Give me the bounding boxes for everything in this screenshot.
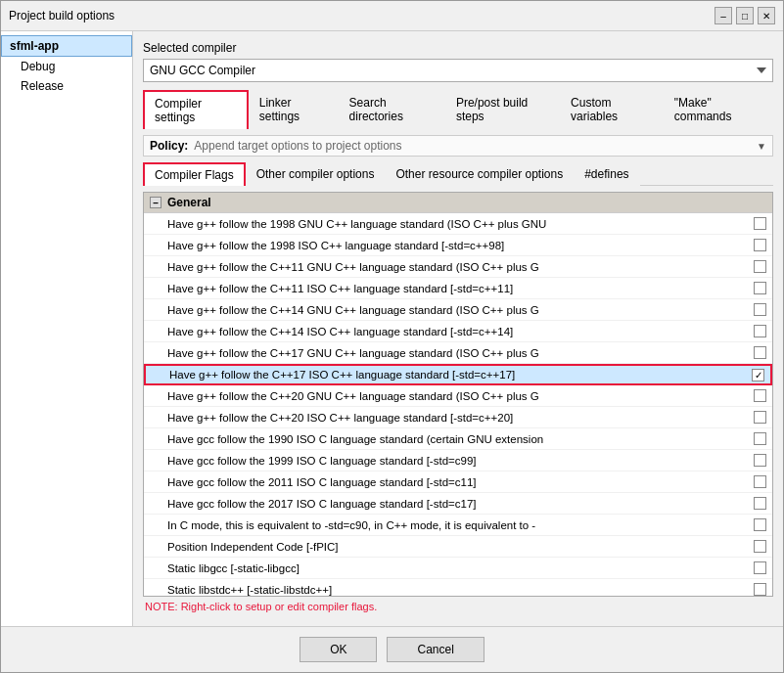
- table-row[interactable]: Static libstdc++ [-static-libstdc++]: [144, 579, 772, 597]
- flags-container[interactable]: – General Have g++ follow the 1998 GNU C…: [143, 192, 773, 597]
- policy-bar: Policy: Append target options to project…: [143, 135, 773, 157]
- flag-checkbox[interactable]: [754, 260, 766, 273]
- group-header-general: – General: [144, 193, 772, 213]
- table-row[interactable]: Have g++ follow the 1998 ISO C++ languag…: [144, 235, 772, 256]
- tab-prepost-build[interactable]: Pre/post build steps: [445, 90, 560, 129]
- flag-text: Static libstdc++ [-static-libstdc++]: [167, 584, 754, 596]
- sidebar-item-debug[interactable]: Debug: [1, 57, 132, 76]
- title-bar: Project build options – □ ✕: [1, 1, 783, 31]
- compiler-select[interactable]: GNU GCC Compiler: [143, 59, 773, 82]
- flag-text: Have g++ follow the C++14 GNU C++ langua…: [167, 304, 754, 316]
- table-row[interactable]: Have g++ follow the 1998 GNU C++ languag…: [144, 213, 772, 235]
- flag-checkbox[interactable]: [754, 282, 766, 294]
- flag-checkbox[interactable]: [754, 561, 766, 574]
- close-button[interactable]: ✕: [758, 7, 775, 24]
- table-row[interactable]: Have gcc follow the 2011 ISO C language …: [144, 471, 772, 493]
- flag-checkbox[interactable]: [754, 432, 766, 445]
- table-row[interactable]: Have g++ follow the C++20 GNU C++ langua…: [144, 385, 772, 407]
- main-content: Selected compiler GNU GCC Compiler Compi…: [133, 31, 783, 626]
- flag-checkbox[interactable]: [754, 325, 766, 337]
- table-row[interactable]: Have g++ follow the C++20 ISO C++ langua…: [144, 407, 772, 428]
- flag-text: Have g++ follow the C++17 GNU C++ langua…: [167, 347, 754, 359]
- flag-text: Position Independent Code [-fPIC]: [167, 541, 754, 553]
- sidebar-item-release[interactable]: Release: [1, 76, 132, 96]
- tab-search-directories[interactable]: Search directories: [339, 90, 445, 129]
- flag-checkbox[interactable]: [754, 497, 766, 510]
- flag-text: Have g++ follow the C++20 ISO C++ langua…: [167, 412, 754, 424]
- table-row[interactable]: Have gcc follow the 1990 ISO C language …: [144, 428, 772, 450]
- policy-value: Append target options to project options: [194, 139, 757, 153]
- flag-text: Have g++ follow the 1998 GNU C++ languag…: [167, 218, 754, 230]
- flag-text: Have g++ follow the C++14 ISO C++ langua…: [167, 326, 754, 337]
- flag-checkbox[interactable]: [754, 239, 766, 251]
- flag-checkbox[interactable]: [754, 389, 766, 402]
- tab-custom-variables[interactable]: Custom variables: [560, 90, 664, 129]
- table-row[interactable]: Static libgcc [-static-libgcc]: [144, 558, 772, 579]
- tab-make-commands[interactable]: "Make" commands: [664, 90, 773, 129]
- flag-text: Have g++ follow the C++17 ISO C++ langua…: [169, 369, 752, 381]
- cancel-button[interactable]: Cancel: [387, 637, 484, 662]
- sidebar-item-sfml-app[interactable]: sfml-app: [1, 35, 132, 57]
- policy-label: Policy:: [150, 139, 188, 153]
- maximize-button[interactable]: □: [736, 7, 754, 24]
- tab-compiler-settings[interactable]: Compiler settings: [143, 90, 249, 129]
- group-collapse-btn[interactable]: –: [150, 197, 161, 208]
- compiler-label: Selected compiler: [143, 41, 773, 55]
- flag-checkbox[interactable]: [754, 217, 766, 230]
- flag-checkbox[interactable]: [754, 454, 766, 467]
- flag-checkbox[interactable]: [754, 583, 766, 596]
- window-body: sfml-app Debug Release Selected compiler…: [1, 31, 783, 626]
- table-row[interactable]: Have g++ follow the C++14 ISO C++ langua…: [144, 321, 772, 342]
- flag-text: Static libgcc [-static-libgcc]: [167, 562, 754, 574]
- title-bar-controls: – □ ✕: [715, 7, 775, 24]
- flag-text: Have g++ follow the 1998 ISO C++ languag…: [167, 240, 754, 251]
- outer-tabs: Compiler settings Linker settings Search…: [143, 90, 773, 129]
- bottom-buttons: OK Cancel: [1, 626, 783, 672]
- policy-dropdown-icon[interactable]: ▼: [757, 141, 766, 152]
- table-row[interactable]: Position Independent Code [-fPIC]: [144, 536, 772, 558]
- flag-text: Have gcc follow the 1990 ISO C language …: [167, 433, 754, 445]
- inner-tab-other-compiler[interactable]: Other compiler options: [246, 162, 386, 186]
- inner-tab-compiler-flags[interactable]: Compiler Flags: [143, 162, 246, 186]
- table-row[interactable]: Have gcc follow the 1999 ISO C language …: [144, 450, 772, 471]
- flag-text: Have gcc follow the 1999 ISO C language …: [167, 455, 754, 467]
- group-label: General: [167, 196, 211, 209]
- inner-tab-defines[interactable]: #defines: [574, 162, 639, 186]
- flag-text: Have g++ follow the C++11 GNU C++ langua…: [167, 261, 754, 273]
- flag-checkbox[interactable]: [754, 540, 766, 553]
- flag-checkbox[interactable]: [754, 346, 766, 359]
- inner-tabs: Compiler Flags Other compiler options Ot…: [143, 162, 773, 186]
- compiler-section: Selected compiler GNU GCC Compiler: [143, 41, 773, 82]
- flag-checkbox-checked[interactable]: [752, 369, 764, 381]
- main-window: Project build options – □ ✕ sfml-app Deb…: [0, 0, 784, 673]
- note-text: NOTE: Right-click to setup or edit compi…: [143, 597, 773, 616]
- table-row[interactable]: Have g++ follow the C++11 GNU C++ langua…: [144, 256, 772, 278]
- inner-tab-other-resource[interactable]: Other resource compiler options: [385, 162, 574, 186]
- flag-text: Have gcc follow the 2011 ISO C language …: [167, 476, 754, 488]
- window-title: Project build options: [9, 9, 115, 22]
- flag-checkbox[interactable]: [754, 475, 766, 488]
- minimize-button[interactable]: –: [715, 7, 732, 24]
- flag-checkbox[interactable]: [754, 303, 766, 316]
- table-row[interactable]: In C mode, this is equivalent to -std=c9…: [144, 515, 772, 536]
- table-row[interactable]: Have g++ follow the C++14 GNU C++ langua…: [144, 299, 772, 321]
- flag-checkbox[interactable]: [754, 518, 766, 531]
- table-row[interactable]: Have g++ follow the C++17 GNU C++ langua…: [144, 342, 772, 364]
- flag-text: In C mode, this is equivalent to -std=c9…: [167, 519, 754, 531]
- ok-button[interactable]: OK: [300, 637, 377, 662]
- table-row-selected[interactable]: Have g++ follow the C++17 ISO C++ langua…: [144, 364, 772, 385]
- tab-linker-settings[interactable]: Linker settings: [249, 90, 339, 129]
- table-row[interactable]: Have g++ follow the C++11 ISO C++ langua…: [144, 278, 772, 299]
- flag-checkbox[interactable]: [754, 411, 766, 424]
- flag-text: Have g++ follow the C++11 ISO C++ langua…: [167, 283, 754, 294]
- table-row[interactable]: Have gcc follow the 2017 ISO C language …: [144, 493, 772, 515]
- flag-text: Have g++ follow the C++20 GNU C++ langua…: [167, 390, 754, 402]
- flag-text: Have gcc follow the 2017 ISO C language …: [167, 498, 754, 510]
- sidebar: sfml-app Debug Release: [1, 31, 133, 626]
